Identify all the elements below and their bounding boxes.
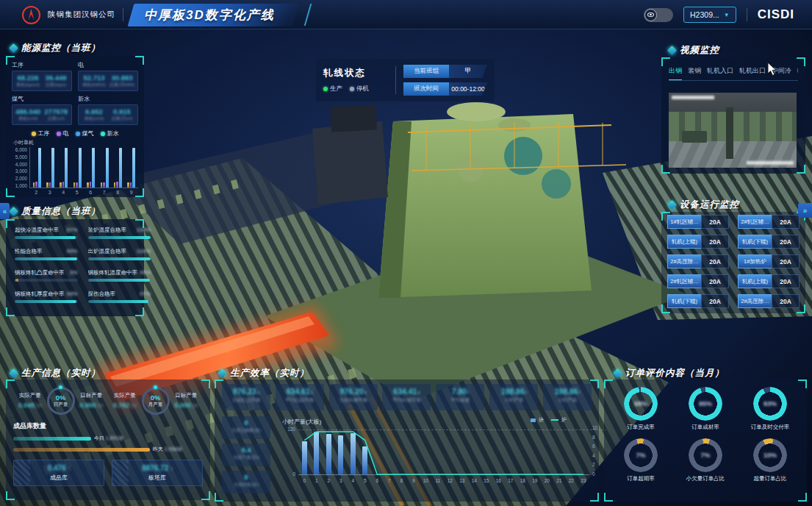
legend-dot	[32, 132, 36, 136]
mouse-cursor	[767, 62, 777, 76]
progress-bar	[88, 257, 151, 260]
orders-panel: 98%订单完成率95%订单成材率93%订单及时交付率7%订单超期率7%小欠量订单…	[604, 380, 807, 502]
quality-collapse-tab[interactable]: «	[0, 203, 10, 219]
chevron-down-icon: ▼	[724, 12, 730, 18]
order-kpi-donut: 98%订单完成率	[610, 387, 672, 431]
efficiency-card: 976.23s当前轧制节奏	[222, 384, 270, 410]
quality-item: 超快冷温度命中率97%	[15, 227, 78, 239]
energy-group-gas: 煤气 486.040单耗(m³/t) 277578总量(m³)	[12, 95, 72, 125]
energy-chart-xaxis: 23456789	[29, 190, 138, 195]
header-divider	[747, 8, 747, 21]
equipment-item[interactable]: 轧机(上辊)20A	[738, 274, 800, 288]
energy-chart-plot	[29, 147, 138, 188]
stock-section-title: 成品库数量	[13, 421, 203, 431]
top-header-bar: 陕钢集团汉钢公司 中厚板3D数字化产线 H2309... ▼ CISDI	[0, 0, 812, 29]
equipment-item[interactable]: 轧机(下辊)20A	[667, 294, 729, 308]
energy-chart-legend: 工序 电 煤气 新水	[12, 129, 138, 138]
equipment-item[interactable]: 2#高压除…20A	[667, 254, 729, 268]
page-title: 中厚板3D数字化产线	[144, 7, 275, 24]
status-dot-producing	[323, 87, 328, 91]
equipment-item[interactable]: 1#加热炉20A	[738, 254, 800, 268]
equipment-item[interactable]: 2#高压除…20A	[738, 294, 800, 308]
bar-group	[73, 148, 82, 188]
diamond-icon	[667, 200, 677, 210]
efficiency-side-cards: 8当班过钢量(块)8.4当班产量(万t)8当班炉数(炉)	[222, 416, 270, 494]
order-kpi-donut: 93%订单及时交付率	[739, 387, 801, 431]
divider	[395, 66, 396, 94]
energy-chart-yaxis: 6,0005,0004,0003,0002,0001,000	[12, 147, 29, 188]
hourly-output-chart: 小时产量(大板) 块 炉 120 0 012345678910111213141…	[281, 416, 592, 494]
video-tabs: 出钢 装钢 轧机入口 轧机出口 中间冷 电动热	[669, 66, 798, 81]
quality-item: 钢板终轧温度命中率99%	[88, 269, 151, 282]
efficiency-cards-row: 976.23s当前轧制节奏634.61s平均轧制节奏976.20s当前出钢节奏6…	[222, 384, 592, 410]
bar-group	[46, 148, 54, 188]
equipment-item[interactable]: 2#轧区辅…20A	[738, 215, 800, 229]
video-decor	[726, 107, 733, 159]
progress-bar	[88, 300, 149, 303]
stock-bar-yesterday: 昨天2,058块	[13, 446, 203, 453]
equipment-item[interactable]: 2#轧区辅…20A	[667, 274, 729, 288]
legend-dot	[76, 132, 80, 136]
cctv-video-feed[interactable]	[669, 93, 797, 168]
energy-group-process: 工序 68.226单耗(kgce/t) 39.449总量(kgce)	[12, 61, 72, 91]
finished-stock-card: 0.476 t 成品库	[13, 460, 104, 486]
dashboard-root: 陕钢集团汉钢公司 中厚板3D数字化产线 H2309... ▼ CISDI 能源监…	[0, 0, 812, 506]
order-kpi-donut: 7%订单超期率	[610, 438, 672, 482]
progress-bar	[15, 300, 76, 303]
bar-group	[33, 148, 41, 188]
progress-bar	[13, 448, 150, 452]
video-tab-mill-entry[interactable]: 轧机入口	[707, 66, 733, 76]
production-panel: 实际产量 0.045万t 0% 日产量 目标产量 0.900万t 实际产量 0.…	[6, 380, 210, 500]
video-panel-title: 视频监控	[669, 44, 719, 57]
diamond-icon	[667, 46, 677, 55]
progress-bar	[13, 437, 91, 441]
hourly-chart-left-axis: 120 0	[281, 427, 295, 477]
progress-bar	[15, 257, 77, 260]
video-camera-label	[672, 96, 714, 99]
legend-dot	[57, 132, 61, 136]
eye-icon	[644, 9, 657, 21]
legend-line-marker	[551, 419, 558, 421]
efficiency-panel: 976.23s当前轧制节奏634.61s平均轧制节奏976.20s当前出钢节奏6…	[215, 380, 599, 502]
video-panel: 出钢 装钢 轧机入口 轧机出口 中间冷 电动热	[661, 57, 805, 174]
hourly-chart-plot	[298, 430, 589, 475]
equipment-item[interactable]: 轧机(上辊)20A	[667, 235, 729, 249]
energy-chart-ylabel: 小时单耗	[13, 139, 138, 146]
video-tab-charging[interactable]: 装钢	[688, 66, 701, 76]
efficiency-panel-title: 生产效率（实时）	[219, 367, 309, 380]
video-tab-mill-exit[interactable]: 轧机出口	[739, 66, 766, 76]
video-timestamp	[747, 161, 794, 165]
slab-stock-card: 8876.72 t 板坯库	[112, 460, 203, 486]
daily-output-gauge: 0% 日产量	[47, 387, 75, 415]
monthly-output-gauge: 0% 月产量	[142, 387, 170, 415]
video-tab-hot-saw[interactable]: 电动热	[797, 66, 798, 76]
quality-item: 钢板终轧厚度命中率98%	[15, 291, 78, 303]
cisdi-logo: CISDI	[758, 7, 794, 22]
shift-time-row: 班次时间 00:00-12:00	[403, 82, 487, 96]
visibility-toggle[interactable]	[644, 8, 673, 22]
video-tab-tapping[interactable]: 出钢	[669, 66, 682, 76]
efficiency-card: 634.61s平均轧制节奏	[276, 384, 324, 410]
diamond-icon	[613, 368, 622, 378]
camera-select-dropdown[interactable]: H2309... ▼	[683, 7, 736, 23]
efficiency-side-card: 8当班炉数(炉)	[222, 471, 270, 493]
title-slash-decoration	[303, 4, 312, 26]
hourly-chart-legend: 块 炉	[531, 416, 567, 424]
energy-group-electric: 电 52.713单耗(kWh/t) 30.883总量(万kWh)	[78, 61, 138, 91]
energy-group-water: 新水 6.652单耗(m³/t) 0.915总量(万m³)	[78, 95, 138, 125]
equipment-panel: 1#轧区辅…20A 2#轧区辅…20A 轧机(上辊)20A 轧机(下辊)20A …	[661, 212, 805, 313]
equipment-item[interactable]: 1#轧区辅…20A	[667, 215, 729, 229]
hourly-chart-xaxis: 01234567891011121314151617181920212223	[298, 478, 589, 483]
energy-panel: 工序 68.226单耗(kgce/t) 39.449总量(kgce) 电 52.…	[6, 56, 144, 197]
quality-panel-title: 质量信息（当班）	[10, 205, 101, 218]
equipment-panel-title: 设备运行监控	[669, 199, 739, 211]
current-shift-row: 当前班组 甲	[403, 65, 487, 78]
progress-bar	[88, 279, 151, 282]
order-kpi-donut: 95%订单成材率	[675, 387, 736, 431]
equipment-expand-tab[interactable]: »	[798, 203, 812, 218]
quality-item: 装炉温度合格率100%	[88, 227, 151, 239]
energy-metric-grid: 工序 68.226单耗(kgce/t) 39.449总量(kgce) 电 52.…	[12, 61, 138, 125]
progress-bar	[88, 236, 151, 239]
equipment-item[interactable]: 轧机(下辊)20A	[738, 235, 800, 249]
order-kpi-donut: 10%超量订单占比	[739, 438, 801, 482]
